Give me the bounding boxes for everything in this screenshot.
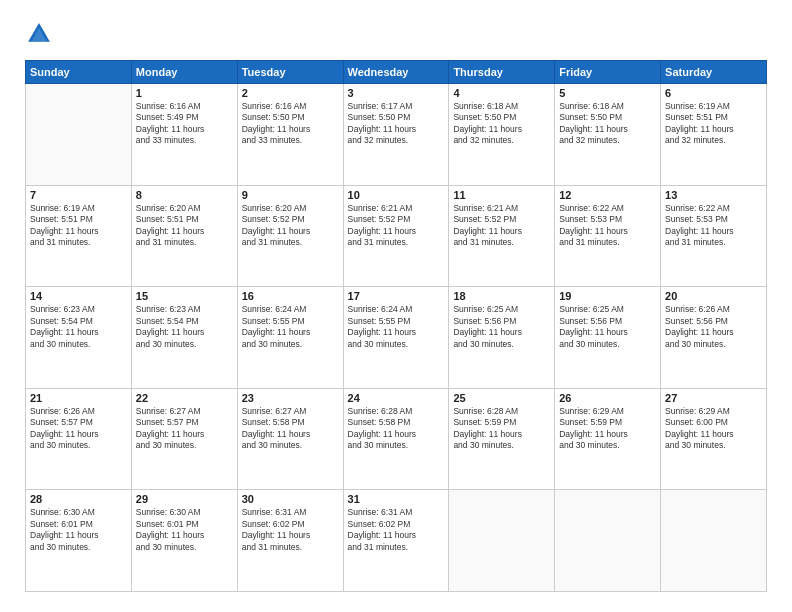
day-number: 17 — [348, 290, 445, 302]
calendar-cell: 25Sunrise: 6:28 AM Sunset: 5:59 PM Dayli… — [449, 388, 555, 490]
day-number: 30 — [242, 493, 339, 505]
calendar-cell: 15Sunrise: 6:23 AM Sunset: 5:54 PM Dayli… — [131, 287, 237, 389]
day-info: Sunrise: 6:24 AM Sunset: 5:55 PM Dayligh… — [242, 304, 339, 350]
day-number: 1 — [136, 87, 233, 99]
calendar-cell — [449, 490, 555, 592]
week-row-5: 28Sunrise: 6:30 AM Sunset: 6:01 PM Dayli… — [26, 490, 767, 592]
day-info: Sunrise: 6:16 AM Sunset: 5:49 PM Dayligh… — [136, 101, 233, 147]
calendar-cell: 13Sunrise: 6:22 AM Sunset: 5:53 PM Dayli… — [661, 185, 767, 287]
logo-icon — [25, 20, 53, 48]
day-info: Sunrise: 6:18 AM Sunset: 5:50 PM Dayligh… — [559, 101, 656, 147]
calendar: SundayMondayTuesdayWednesdayThursdayFrid… — [25, 60, 767, 592]
week-row-1: 1Sunrise: 6:16 AM Sunset: 5:49 PM Daylig… — [26, 84, 767, 186]
day-number: 25 — [453, 392, 550, 404]
day-info: Sunrise: 6:17 AM Sunset: 5:50 PM Dayligh… — [348, 101, 445, 147]
week-row-4: 21Sunrise: 6:26 AM Sunset: 5:57 PM Dayli… — [26, 388, 767, 490]
day-info: Sunrise: 6:26 AM Sunset: 5:56 PM Dayligh… — [665, 304, 762, 350]
day-number: 2 — [242, 87, 339, 99]
calendar-cell: 4Sunrise: 6:18 AM Sunset: 5:50 PM Daylig… — [449, 84, 555, 186]
weekday-header-sunday: Sunday — [26, 61, 132, 84]
day-number: 28 — [30, 493, 127, 505]
calendar-cell: 10Sunrise: 6:21 AM Sunset: 5:52 PM Dayli… — [343, 185, 449, 287]
calendar-cell: 12Sunrise: 6:22 AM Sunset: 5:53 PM Dayli… — [555, 185, 661, 287]
calendar-cell — [26, 84, 132, 186]
day-number: 16 — [242, 290, 339, 302]
calendar-cell: 20Sunrise: 6:26 AM Sunset: 5:56 PM Dayli… — [661, 287, 767, 389]
day-info: Sunrise: 6:29 AM Sunset: 5:59 PM Dayligh… — [559, 406, 656, 452]
day-number: 18 — [453, 290, 550, 302]
day-number: 14 — [30, 290, 127, 302]
calendar-cell: 29Sunrise: 6:30 AM Sunset: 6:01 PM Dayli… — [131, 490, 237, 592]
day-info: Sunrise: 6:30 AM Sunset: 6:01 PM Dayligh… — [136, 507, 233, 553]
day-info: Sunrise: 6:24 AM Sunset: 5:55 PM Dayligh… — [348, 304, 445, 350]
weekday-header-friday: Friday — [555, 61, 661, 84]
day-info: Sunrise: 6:26 AM Sunset: 5:57 PM Dayligh… — [30, 406, 127, 452]
day-number: 3 — [348, 87, 445, 99]
day-number: 31 — [348, 493, 445, 505]
calendar-cell: 22Sunrise: 6:27 AM Sunset: 5:57 PM Dayli… — [131, 388, 237, 490]
day-number: 8 — [136, 189, 233, 201]
day-info: Sunrise: 6:27 AM Sunset: 5:57 PM Dayligh… — [136, 406, 233, 452]
day-info: Sunrise: 6:31 AM Sunset: 6:02 PM Dayligh… — [242, 507, 339, 553]
calendar-cell: 9Sunrise: 6:20 AM Sunset: 5:52 PM Daylig… — [237, 185, 343, 287]
day-info: Sunrise: 6:22 AM Sunset: 5:53 PM Dayligh… — [665, 203, 762, 249]
day-info: Sunrise: 6:25 AM Sunset: 5:56 PM Dayligh… — [559, 304, 656, 350]
day-number: 23 — [242, 392, 339, 404]
calendar-cell — [661, 490, 767, 592]
day-info: Sunrise: 6:28 AM Sunset: 5:59 PM Dayligh… — [453, 406, 550, 452]
day-number: 7 — [30, 189, 127, 201]
day-number: 12 — [559, 189, 656, 201]
weekday-header-tuesday: Tuesday — [237, 61, 343, 84]
day-number: 4 — [453, 87, 550, 99]
day-info: Sunrise: 6:30 AM Sunset: 6:01 PM Dayligh… — [30, 507, 127, 553]
week-row-3: 14Sunrise: 6:23 AM Sunset: 5:54 PM Dayli… — [26, 287, 767, 389]
weekday-header-wednesday: Wednesday — [343, 61, 449, 84]
day-number: 24 — [348, 392, 445, 404]
day-number: 15 — [136, 290, 233, 302]
calendar-cell: 2Sunrise: 6:16 AM Sunset: 5:50 PM Daylig… — [237, 84, 343, 186]
calendar-cell: 11Sunrise: 6:21 AM Sunset: 5:52 PM Dayli… — [449, 185, 555, 287]
day-info: Sunrise: 6:23 AM Sunset: 5:54 PM Dayligh… — [30, 304, 127, 350]
calendar-cell: 7Sunrise: 6:19 AM Sunset: 5:51 PM Daylig… — [26, 185, 132, 287]
weekday-header-row: SundayMondayTuesdayWednesdayThursdayFrid… — [26, 61, 767, 84]
calendar-cell: 24Sunrise: 6:28 AM Sunset: 5:58 PM Dayli… — [343, 388, 449, 490]
calendar-cell: 28Sunrise: 6:30 AM Sunset: 6:01 PM Dayli… — [26, 490, 132, 592]
day-number: 9 — [242, 189, 339, 201]
day-info: Sunrise: 6:27 AM Sunset: 5:58 PM Dayligh… — [242, 406, 339, 452]
day-info: Sunrise: 6:28 AM Sunset: 5:58 PM Dayligh… — [348, 406, 445, 452]
day-info: Sunrise: 6:19 AM Sunset: 5:51 PM Dayligh… — [30, 203, 127, 249]
header — [25, 20, 767, 48]
calendar-cell: 14Sunrise: 6:23 AM Sunset: 5:54 PM Dayli… — [26, 287, 132, 389]
calendar-cell: 23Sunrise: 6:27 AM Sunset: 5:58 PM Dayli… — [237, 388, 343, 490]
calendar-cell: 6Sunrise: 6:19 AM Sunset: 5:51 PM Daylig… — [661, 84, 767, 186]
calendar-cell: 31Sunrise: 6:31 AM Sunset: 6:02 PM Dayli… — [343, 490, 449, 592]
calendar-cell: 1Sunrise: 6:16 AM Sunset: 5:49 PM Daylig… — [131, 84, 237, 186]
day-number: 22 — [136, 392, 233, 404]
day-info: Sunrise: 6:21 AM Sunset: 5:52 PM Dayligh… — [453, 203, 550, 249]
calendar-cell — [555, 490, 661, 592]
calendar-cell: 30Sunrise: 6:31 AM Sunset: 6:02 PM Dayli… — [237, 490, 343, 592]
weekday-header-monday: Monday — [131, 61, 237, 84]
week-row-2: 7Sunrise: 6:19 AM Sunset: 5:51 PM Daylig… — [26, 185, 767, 287]
weekday-header-saturday: Saturday — [661, 61, 767, 84]
calendar-cell: 19Sunrise: 6:25 AM Sunset: 5:56 PM Dayli… — [555, 287, 661, 389]
day-number: 29 — [136, 493, 233, 505]
calendar-cell: 5Sunrise: 6:18 AM Sunset: 5:50 PM Daylig… — [555, 84, 661, 186]
day-info: Sunrise: 6:25 AM Sunset: 5:56 PM Dayligh… — [453, 304, 550, 350]
day-number: 10 — [348, 189, 445, 201]
day-info: Sunrise: 6:18 AM Sunset: 5:50 PM Dayligh… — [453, 101, 550, 147]
day-info: Sunrise: 6:19 AM Sunset: 5:51 PM Dayligh… — [665, 101, 762, 147]
calendar-cell: 21Sunrise: 6:26 AM Sunset: 5:57 PM Dayli… — [26, 388, 132, 490]
day-number: 27 — [665, 392, 762, 404]
calendar-cell: 27Sunrise: 6:29 AM Sunset: 6:00 PM Dayli… — [661, 388, 767, 490]
day-info: Sunrise: 6:31 AM Sunset: 6:02 PM Dayligh… — [348, 507, 445, 553]
logo — [25, 20, 57, 48]
calendar-cell: 17Sunrise: 6:24 AM Sunset: 5:55 PM Dayli… — [343, 287, 449, 389]
day-info: Sunrise: 6:23 AM Sunset: 5:54 PM Dayligh… — [136, 304, 233, 350]
day-info: Sunrise: 6:29 AM Sunset: 6:00 PM Dayligh… — [665, 406, 762, 452]
calendar-cell: 18Sunrise: 6:25 AM Sunset: 5:56 PM Dayli… — [449, 287, 555, 389]
day-number: 26 — [559, 392, 656, 404]
day-number: 6 — [665, 87, 762, 99]
weekday-header-thursday: Thursday — [449, 61, 555, 84]
day-info: Sunrise: 6:16 AM Sunset: 5:50 PM Dayligh… — [242, 101, 339, 147]
